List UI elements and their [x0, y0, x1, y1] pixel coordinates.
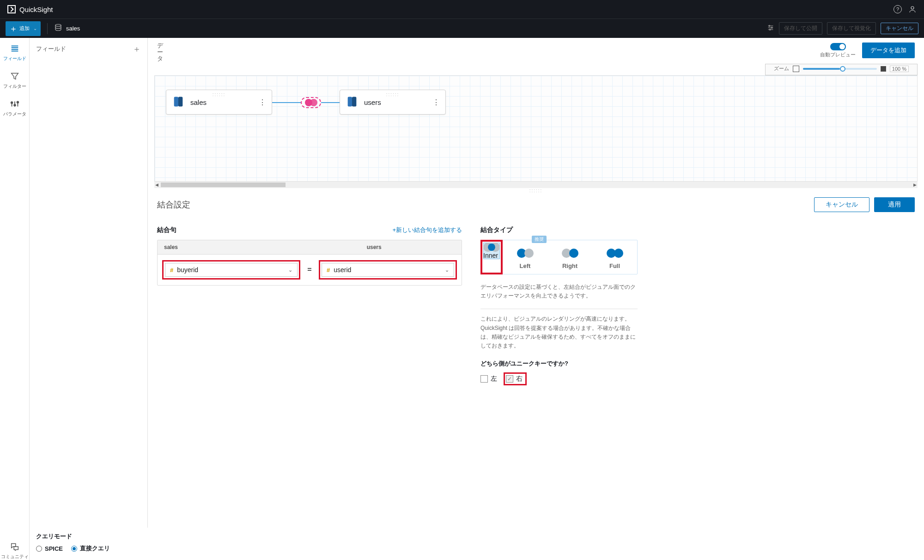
scroll-right-icon[interactable]: ▶ [913, 183, 917, 187]
panel-resize-handle[interactable]: :::::: [148, 188, 924, 193]
save-publish-button[interactable]: 保存して公開 [779, 22, 822, 35]
right-field-select[interactable]: # userid ⌄ [322, 263, 454, 277]
chevron-down-icon: ⌄ [445, 267, 449, 273]
data-node-sales[interactable]: :::::: sales ⋮ [166, 90, 272, 115]
join-type-right[interactable]: Right [547, 240, 592, 274]
app-name: QuickSight [19, 6, 53, 13]
svg-point-1 [55, 24, 61, 27]
scroll-left-icon[interactable]: ◀ [155, 183, 158, 187]
join-venn-icon [310, 99, 317, 106]
join-apply-button[interactable]: 適用 [874, 197, 915, 212]
data-diagram-canvas[interactable]: :::::: sales ⋮ :::::: users ⋮ [154, 75, 918, 182]
svg-point-17 [17, 102, 18, 103]
sliders-icon[interactable] [767, 24, 774, 33]
fields-panel-title: フィールド [36, 45, 66, 53]
svg-rect-20 [348, 97, 352, 106]
right-field-highlight: # userid ⌄ [319, 260, 457, 280]
svg-point-0 [911, 6, 914, 9]
number-type-icon: # [327, 267, 330, 274]
clause-header-left: sales [158, 240, 259, 254]
join-link [272, 102, 301, 103]
number-type-icon: # [170, 267, 173, 274]
plus-icon: ＋ [9, 23, 18, 34]
drag-handle-icon[interactable]: :::::: [213, 92, 226, 97]
dataset-name[interactable]: sales [66, 25, 80, 32]
query-mode-title: クエリモード [36, 532, 141, 541]
help-icon[interactable]: ? [894, 5, 902, 13]
add-join-clause-link[interactable]: +新しい結合句を追加する [392, 226, 462, 240]
cancel-top-button[interactable]: キャンセル [881, 23, 918, 34]
data-section-label: データ [157, 43, 166, 62]
svg-point-15 [11, 102, 12, 103]
svg-point-7 [769, 29, 771, 30]
unique-left-checkbox[interactable] [480, 375, 488, 383]
svg-point-6 [771, 27, 772, 29]
svg-rect-19 [178, 97, 182, 106]
quicksight-logo-icon [7, 5, 16, 13]
join-type-highlight: Inner [480, 240, 503, 274]
equals-label: = [300, 266, 319, 274]
node-menu-icon[interactable]: ⋮ [259, 98, 266, 107]
divider [47, 23, 48, 34]
zoom-actual-icon[interactable] [881, 66, 886, 72]
join-config-title: 結合設定 [157, 199, 190, 210]
join-hint-1: データベースの設定に基づくと、左結合がビジュアル面でのクエリパフォーマンスを向上… [480, 283, 638, 300]
chevron-down-icon: ⌄ [33, 26, 37, 31]
left-field-highlight: # buyerid ⌄ [162, 260, 300, 280]
add-field-button[interactable]: ＋ [133, 43, 141, 55]
recommended-badge: 推奨 [532, 236, 547, 243]
dataset-icon [54, 24, 62, 33]
siderail-community[interactable]: コミュニティ [1, 542, 29, 560]
siderail-filters[interactable]: フィルター [3, 71, 26, 90]
data-node-users[interactable]: :::::: users ⋮ [340, 90, 446, 115]
siderail-parameters[interactable]: パラメータ [3, 99, 26, 117]
svg-point-5 [769, 25, 770, 27]
unique-right-checkbox[interactable]: ✓ [506, 375, 513, 383]
zoom-label: ズーム [774, 65, 789, 72]
join-node[interactable] [301, 97, 321, 108]
unique-right-highlight: ✓ 右 [504, 372, 527, 385]
join-hint-2: これにより、ビジュアルのレンダリングが高速になります。QuickSight は回… [480, 309, 638, 350]
svg-point-16 [14, 104, 16, 106]
node-menu-icon[interactable]: ⋮ [432, 98, 440, 107]
join-type-full[interactable]: Full [592, 240, 637, 274]
user-icon[interactable] [908, 5, 917, 13]
left-field-select[interactable]: # buyerid ⌄ [165, 263, 298, 277]
datasource-icon [172, 95, 185, 110]
join-cancel-button[interactable]: キャンセル [814, 197, 869, 212]
query-mode-spice-radio[interactable] [36, 546, 42, 552]
join-type-title: 結合タイプ [480, 226, 638, 234]
join-link [321, 102, 340, 103]
zoom-fit-icon[interactable] [793, 66, 799, 72]
auto-preview-toggle[interactable] [830, 43, 846, 50]
drag-handle-icon[interactable]: :::::: [386, 92, 400, 97]
clause-header-right: users [360, 240, 462, 254]
query-mode-direct-radio[interactable] [71, 546, 77, 552]
save-visualize-button[interactable]: 保存して視覚化 [827, 22, 876, 35]
join-type-left[interactable]: Left [503, 240, 547, 274]
add-data-button[interactable]: データを追加 [862, 43, 915, 58]
join-type-inner[interactable]: Inner [483, 243, 500, 259]
unique-key-title: どちら側がユニークキーですか? [480, 359, 638, 368]
zoom-slider[interactable] [803, 68, 877, 70]
svg-rect-21 [352, 97, 356, 106]
chevron-down-icon: ⌄ [288, 267, 292, 273]
canvas-scrollbar[interactable]: ◀ ▶ [154, 182, 918, 188]
join-clause-title: 結合句 [157, 226, 176, 234]
scroll-thumb[interactable] [161, 183, 286, 187]
svg-rect-18 [174, 97, 178, 106]
siderail-fields[interactable]: フィールド [3, 43, 26, 62]
datasource-icon [346, 95, 359, 110]
add-menu-button[interactable]: ＋ 追加 ⌄ [6, 21, 41, 36]
